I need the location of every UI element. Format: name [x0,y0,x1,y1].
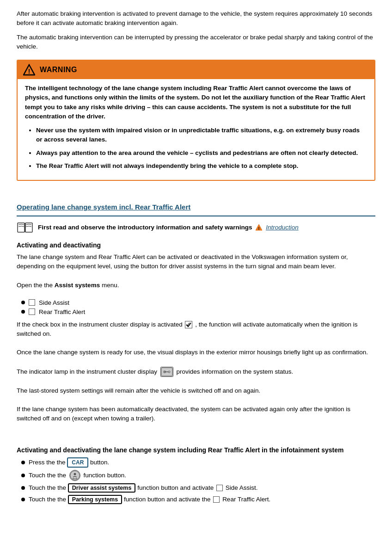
step-2-text: Touch the the function button. [29,470,126,481]
subsection1-title: Activating and deactivating [17,241,375,249]
instrument-icon [160,367,173,377]
warning-header: ! WARNING [18,61,374,79]
checked-checkbox-icon [185,321,192,328]
intro-link[interactable]: Introduction [266,224,299,231]
list-item-rear-traffic: Rear Traffic Alert [21,308,375,315]
assist-function-icon [69,470,80,481]
step-2: Touch the the function button. [21,470,375,481]
warning-bullet-1: Never use the system with impaired visio… [36,126,367,145]
side-assist-label: Side Assist [39,299,69,306]
parking-systems-button[interactable]: Parking systems [68,495,122,504]
bullet-dot [21,461,25,464]
bullet-dot [21,486,25,490]
intro-row: First read and observe the introductory … [17,221,375,234]
intro-paragraph-2: The automatic braking intervention can b… [17,33,375,52]
warning-body-text: The intelligent technology of the lane c… [25,84,367,121]
checklist: Side Assist Rear Traffic Alert [17,299,375,315]
rear-traffic-label: Rear Traffic Alert [39,308,85,315]
warning-box: ! WARNING The intelligent technology of … [17,60,375,181]
warning-bullet-3: The Rear Traffic Alert will not always i… [36,161,367,171]
svg-text:!: ! [28,68,31,75]
step-4-text: Touch the the Parking systems function b… [29,495,270,504]
section-heading-link[interactable]: Operating lane change system incl. Rear … [17,203,375,211]
last-stored-text: The last-stored system settings will rem… [17,386,375,395]
bullet-dot [21,301,25,304]
open-assist-menu: Open the the Assist systems menu. [17,281,375,290]
warning-icon: ! [23,64,35,76]
step-1-text: Press the the CAR button. [29,457,109,468]
svg-point-12 [74,473,76,475]
section-divider [17,216,375,216]
svg-point-15 [76,478,77,479]
subsection1-p1: The lane change system and Rear Traffic … [17,253,375,271]
step-3: Touch the the Driver assist systems func… [21,483,375,493]
svg-text:!: ! [258,226,260,231]
svg-point-14 [73,478,74,479]
car-button[interactable]: CAR [67,457,88,468]
warning-title: WARNING [40,66,77,74]
intro-row-text: First read and observe the introductory … [38,224,299,231]
list-item-side-assist: Side Assist [21,299,375,306]
rear-traffic-inline-checkbox[interactable] [213,496,220,503]
bullet-dot [21,474,25,477]
step-4: Touch the the Parking systems function b… [21,495,375,504]
step-1: Press the the CAR button. [21,457,375,468]
checkbox-text: If the check box in the instrument clust… [17,320,375,339]
side-assist-inline-checkbox[interactable] [216,485,223,491]
book-icon [17,221,33,234]
bullet-dot [21,498,25,501]
rear-traffic-checkbox[interactable] [29,308,35,315]
intro-paragraph-1: After automatic braking intervention is … [17,9,375,28]
warning-bullets: Never use the system with impaired visio… [25,126,367,171]
warning-small-icon: ! [254,224,266,231]
assist-menu-label: Assist systems [55,282,100,289]
visual-display-text: Once the lane change system is ready for… [17,348,375,357]
warning-body: The intelligent technology of the lane c… [18,79,374,180]
bullet-dot [21,310,25,314]
side-assist-checkbox[interactable] [29,299,35,306]
driver-assist-button[interactable]: Driver assist systems [68,483,136,493]
subsection2-title: Activating and deactivating the lane cha… [17,446,375,454]
step-3-text: Touch the the Driver assist systems func… [29,483,258,493]
infotainment-steps-list: Press the the CAR button. Touch the the … [17,457,375,504]
indicator-lamp-text: The indicator lamp in the instrument clu… [17,367,375,377]
deactivated-text: If the lane change system has been autom… [17,405,375,424]
warning-bullet-2: Always pay attention to the area around … [36,148,367,158]
